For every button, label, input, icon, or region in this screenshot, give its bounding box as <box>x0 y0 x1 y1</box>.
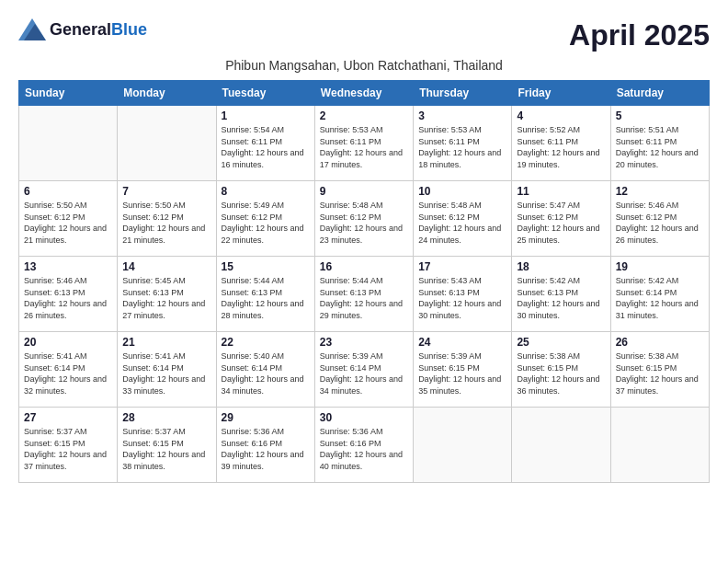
calendar-cell: 6Sunrise: 5:50 AM Sunset: 6:12 PM Daylig… <box>19 181 118 257</box>
day-number: 7 <box>122 185 210 198</box>
day-number: 8 <box>222 185 310 198</box>
logo-blue: Blue <box>111 20 147 39</box>
day-number: 19 <box>616 260 704 273</box>
day-info: Sunrise: 5:37 AM Sunset: 6:15 PM Dayligh… <box>24 426 112 472</box>
calendar-cell: 20Sunrise: 5:41 AM Sunset: 6:14 PM Dayli… <box>19 332 118 408</box>
calendar-cell: 23Sunrise: 5:39 AM Sunset: 6:14 PM Dayli… <box>314 332 413 408</box>
calendar-cell: 25Sunrise: 5:38 AM Sunset: 6:15 PM Dayli… <box>512 332 610 408</box>
calendar-cell: 4Sunrise: 5:52 AM Sunset: 6:11 PM Daylig… <box>512 106 610 181</box>
day-info: Sunrise: 5:42 AM Sunset: 6:14 PM Dayligh… <box>616 275 704 321</box>
week-row-2: 6Sunrise: 5:50 AM Sunset: 6:12 PM Daylig… <box>19 181 710 257</box>
header-day-saturday: Saturday <box>610 81 709 106</box>
day-info: Sunrise: 5:38 AM Sunset: 6:15 PM Dayligh… <box>517 350 605 396</box>
day-number: 9 <box>320 185 408 198</box>
calendar-cell: 9Sunrise: 5:48 AM Sunset: 6:12 PM Daylig… <box>314 181 413 257</box>
day-number: 2 <box>320 109 408 122</box>
day-info: Sunrise: 5:44 AM Sunset: 6:13 PM Dayligh… <box>320 275 408 321</box>
day-number: 16 <box>320 260 408 273</box>
day-number: 23 <box>320 336 408 349</box>
calendar-cell: 11Sunrise: 5:47 AM Sunset: 6:12 PM Dayli… <box>512 181 610 257</box>
title-area: April 2025 <box>569 18 710 52</box>
day-number: 14 <box>122 260 210 273</box>
calendar-cell: 7Sunrise: 5:50 AM Sunset: 6:12 PM Daylig… <box>118 181 216 257</box>
day-number: 15 <box>222 260 310 273</box>
day-info: Sunrise: 5:53 AM Sunset: 6:11 PM Dayligh… <box>418 124 506 170</box>
calendar-cell: 28Sunrise: 5:37 AM Sunset: 6:15 PM Dayli… <box>118 408 216 483</box>
calendar-cell <box>512 408 610 483</box>
day-info: Sunrise: 5:43 AM Sunset: 6:13 PM Dayligh… <box>418 275 506 321</box>
day-number: 6 <box>24 185 112 198</box>
day-number: 5 <box>616 109 704 122</box>
day-info: Sunrise: 5:48 AM Sunset: 6:12 PM Dayligh… <box>320 200 408 246</box>
header-day-tuesday: Tuesday <box>216 81 314 106</box>
calendar-cell: 24Sunrise: 5:39 AM Sunset: 6:15 PM Dayli… <box>414 332 512 408</box>
day-number: 30 <box>320 411 408 424</box>
header-day-friday: Friday <box>512 81 610 106</box>
calendar-cell: 12Sunrise: 5:46 AM Sunset: 6:12 PM Dayli… <box>610 181 709 257</box>
day-number: 26 <box>616 336 704 349</box>
calendar-cell <box>19 106 118 181</box>
calendar-cell: 1Sunrise: 5:54 AM Sunset: 6:11 PM Daylig… <box>216 106 314 181</box>
day-info: Sunrise: 5:46 AM Sunset: 6:12 PM Dayligh… <box>616 200 704 246</box>
calendar-cell <box>610 408 709 483</box>
calendar-header: SundayMondayTuesdayWednesdayThursdayFrid… <box>19 81 710 106</box>
day-info: Sunrise: 5:38 AM Sunset: 6:15 PM Dayligh… <box>616 350 704 396</box>
day-info: Sunrise: 5:53 AM Sunset: 6:11 PM Dayligh… <box>320 124 408 170</box>
calendar-cell: 16Sunrise: 5:44 AM Sunset: 6:13 PM Dayli… <box>314 257 413 332</box>
day-number: 18 <box>517 260 605 273</box>
day-info: Sunrise: 5:36 AM Sunset: 6:16 PM Dayligh… <box>320 426 408 472</box>
calendar-cell: 14Sunrise: 5:45 AM Sunset: 6:13 PM Dayli… <box>118 257 216 332</box>
calendar-cell: 5Sunrise: 5:51 AM Sunset: 6:11 PM Daylig… <box>610 106 709 181</box>
calendar-cell <box>414 408 512 483</box>
day-info: Sunrise: 5:46 AM Sunset: 6:13 PM Dayligh… <box>24 275 112 321</box>
header-day-sunday: Sunday <box>19 81 118 106</box>
day-number: 4 <box>517 109 605 122</box>
calendar-cell: 21Sunrise: 5:41 AM Sunset: 6:14 PM Dayli… <box>118 332 216 408</box>
day-number: 29 <box>222 411 310 424</box>
calendar-cell: 10Sunrise: 5:48 AM Sunset: 6:12 PM Dayli… <box>414 181 512 257</box>
day-info: Sunrise: 5:51 AM Sunset: 6:11 PM Dayligh… <box>616 124 704 170</box>
logo-general: General <box>50 20 111 39</box>
day-number: 10 <box>418 185 506 198</box>
calendar-cell: 22Sunrise: 5:40 AM Sunset: 6:14 PM Dayli… <box>216 332 314 408</box>
day-number: 25 <box>517 336 605 349</box>
calendar-cell: 3Sunrise: 5:53 AM Sunset: 6:11 PM Daylig… <box>414 106 512 181</box>
header: GeneralBlue April 2025 <box>18 18 710 52</box>
header-day-thursday: Thursday <box>414 81 512 106</box>
calendar-cell: 13Sunrise: 5:46 AM Sunset: 6:13 PM Dayli… <box>19 257 118 332</box>
day-number: 27 <box>24 411 112 424</box>
day-info: Sunrise: 5:47 AM Sunset: 6:12 PM Dayligh… <box>517 200 605 246</box>
day-info: Sunrise: 5:50 AM Sunset: 6:12 PM Dayligh… <box>24 200 112 246</box>
calendar-cell <box>118 106 216 181</box>
calendar-cell: 8Sunrise: 5:49 AM Sunset: 6:12 PM Daylig… <box>216 181 314 257</box>
calendar-cell: 19Sunrise: 5:42 AM Sunset: 6:14 PM Dayli… <box>610 257 709 332</box>
week-row-3: 13Sunrise: 5:46 AM Sunset: 6:13 PM Dayli… <box>19 257 710 332</box>
day-info: Sunrise: 5:37 AM Sunset: 6:15 PM Dayligh… <box>122 426 210 472</box>
day-info: Sunrise: 5:40 AM Sunset: 6:14 PM Dayligh… <box>222 350 310 396</box>
calendar-cell: 2Sunrise: 5:53 AM Sunset: 6:11 PM Daylig… <box>314 106 413 181</box>
day-number: 28 <box>122 411 210 424</box>
calendar-cell: 27Sunrise: 5:37 AM Sunset: 6:15 PM Dayli… <box>19 408 118 483</box>
day-number: 13 <box>24 260 112 273</box>
day-number: 22 <box>222 336 310 349</box>
day-info: Sunrise: 5:41 AM Sunset: 6:14 PM Dayligh… <box>24 350 112 396</box>
day-info: Sunrise: 5:54 AM Sunset: 6:11 PM Dayligh… <box>222 124 310 170</box>
day-info: Sunrise: 5:50 AM Sunset: 6:12 PM Dayligh… <box>122 200 210 246</box>
day-info: Sunrise: 5:36 AM Sunset: 6:16 PM Dayligh… <box>222 426 310 472</box>
day-info: Sunrise: 5:45 AM Sunset: 6:13 PM Dayligh… <box>122 275 210 321</box>
day-info: Sunrise: 5:41 AM Sunset: 6:14 PM Dayligh… <box>122 350 210 396</box>
day-info: Sunrise: 5:48 AM Sunset: 6:12 PM Dayligh… <box>418 200 506 246</box>
calendar-cell: 26Sunrise: 5:38 AM Sunset: 6:15 PM Dayli… <box>610 332 709 408</box>
day-number: 3 <box>418 109 506 122</box>
day-number: 21 <box>122 336 210 349</box>
day-info: Sunrise: 5:49 AM Sunset: 6:12 PM Dayligh… <box>222 200 310 246</box>
calendar-cell: 18Sunrise: 5:42 AM Sunset: 6:13 PM Dayli… <box>512 257 610 332</box>
day-info: Sunrise: 5:39 AM Sunset: 6:14 PM Dayligh… <box>320 350 408 396</box>
calendar-cell: 29Sunrise: 5:36 AM Sunset: 6:16 PM Dayli… <box>216 408 314 483</box>
header-day-monday: Monday <box>118 81 216 106</box>
calendar-cell: 17Sunrise: 5:43 AM Sunset: 6:13 PM Dayli… <box>414 257 512 332</box>
day-number: 12 <box>616 185 704 198</box>
day-info: Sunrise: 5:42 AM Sunset: 6:13 PM Dayligh… <box>517 275 605 321</box>
day-number: 1 <box>222 109 310 122</box>
day-number: 11 <box>517 185 605 198</box>
